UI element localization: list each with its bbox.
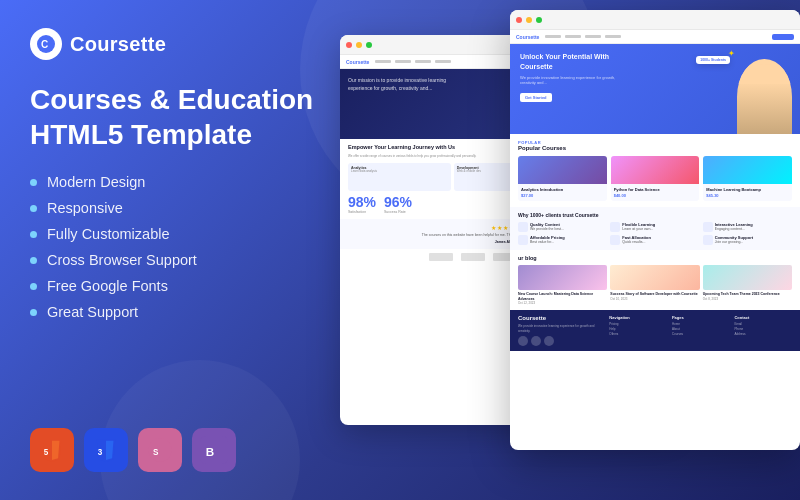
dot-yellow-back [356, 42, 362, 48]
blog-card-1: New Course Launch: Mastering Data Scienc… [518, 265, 607, 305]
footer-desc: We provide innovative learning experienc… [518, 324, 604, 333]
star-1: ★ [491, 224, 496, 231]
hero-cta-btn: Get Started [520, 93, 552, 102]
stat-content-2: Flexible Learning Learn at your own... [622, 222, 655, 232]
stat-item-6: Community Support Join our growing... [703, 235, 792, 245]
footer-link-1-1: Pricing [609, 322, 667, 326]
blog-title: ur blog [518, 255, 792, 261]
nav-link-f1 [545, 35, 561, 38]
pct-number-2: 96% [384, 194, 412, 210]
left-panel: C Coursette Courses & Education HTML5 Te… [0, 0, 370, 500]
stat-icon-2 [610, 222, 620, 232]
nav-link-4 [435, 60, 451, 63]
bullet-4 [30, 257, 37, 264]
stat-text-5: Quick results... [622, 240, 651, 245]
svg-text:5: 5 [44, 448, 49, 457]
course-card-2: Python for Data Science $40.00 [611, 156, 700, 201]
tech-badges: 5 3 S B [30, 418, 340, 472]
social-icons [518, 336, 604, 346]
course-price-3: $45.30 [706, 193, 789, 198]
footer-col-brand: Coursette We provide innovative learning… [518, 315, 604, 346]
stat-item-5: Fast Allocation Quick results... [610, 235, 699, 245]
hero-stat-badge: 1000+ Students [696, 56, 730, 64]
star-3: ★ [503, 224, 508, 231]
browser-front: Coursette Unlock Your Potential With Cou… [510, 10, 800, 450]
course-info-1: Analytics Introduction $27.00 [518, 184, 607, 201]
footer-col-1: Navigation Pricing Help Others [609, 315, 667, 346]
badge-sass: S [138, 428, 182, 472]
footer-link-3-1: Email [734, 322, 792, 326]
stat-item-2: Flexible Learning Learn at your own... [610, 222, 699, 232]
badge-css3: 3 [84, 428, 128, 472]
feature-list: Modern Design Responsive Fully Customiza… [30, 174, 340, 330]
footer-link-3-2: Phone [734, 327, 792, 331]
footer-logo: Coursette [518, 315, 604, 321]
blog-thumb-3 [703, 265, 792, 290]
hero-section: Unlock Your Potential With Coursette We … [510, 44, 800, 134]
back-card-1: Analytics Learn data analysis [348, 163, 451, 191]
badge-bootstrap: B [192, 428, 236, 472]
footer-grid: Coursette We provide innovative learning… [518, 315, 792, 346]
logo-row: C Coursette [30, 28, 340, 60]
social-ig [544, 336, 554, 346]
footer-col-title-2: Pages [672, 315, 730, 320]
course-name-1: Analytics Introduction [521, 187, 604, 192]
nav-links-back [375, 60, 451, 63]
footer-link-1-2: Help [609, 327, 667, 331]
social-tw [531, 336, 541, 346]
course-name-3: Machine Learning Bootcamp [706, 187, 789, 192]
blog-meta-2: Oct 10, 2023 [610, 297, 699, 301]
nav-links-front [545, 35, 621, 38]
blog-post-title-1: New Course Launch: Mastering Data Scienc… [518, 292, 607, 301]
stats-grid: Quality Content We provide the best... F… [518, 222, 792, 245]
stat-icon-1 [518, 222, 528, 232]
stat-text-4: Best value for... [530, 240, 565, 245]
stat-icon-3 [703, 222, 713, 232]
blog-card-2: Success Story of Software Developer with… [610, 265, 699, 305]
stat-icon-5 [610, 235, 620, 245]
pct-number-1: 98% [348, 194, 376, 210]
section-title: Popular Courses [518, 145, 792, 151]
blog-meta-3: Oct 8, 2023 [703, 297, 792, 301]
feature-item-3: Fully Customizable [30, 226, 340, 242]
why-section: Why 1000+ clients trust Coursette Qualit… [510, 207, 800, 250]
courses-grid: Analytics Introduction $27.00 Python for… [518, 156, 792, 201]
svg-text:S: S [153, 448, 159, 457]
pct-label-2: Success Rate [384, 210, 412, 214]
pct-label-1: Satisfaction [348, 210, 376, 214]
mini-logo-front: Coursette [516, 34, 539, 40]
bullet-6 [30, 309, 37, 316]
stat-icon-6 [703, 235, 713, 245]
stat-content-4: Affordable Pricing Best value for... [530, 235, 565, 245]
course-price-2: $40.00 [614, 193, 697, 198]
stat-text-6: Join our growing... [715, 240, 753, 245]
nav-link-1 [375, 60, 391, 63]
stat-content-5: Fast Allocation Quick results... [622, 235, 651, 245]
browser-nav-front: Coursette [510, 30, 800, 44]
stat-content-3: Interactive Learning Engaging content... [715, 222, 753, 232]
footer-link-2-3: Courses [672, 332, 730, 336]
pct-block-1: 98% Satisfaction [348, 194, 376, 214]
footer-col-title-3: Contact [734, 315, 792, 320]
hero-title: Unlock Your Potential With Coursette [520, 52, 640, 72]
social-fb [518, 336, 528, 346]
stat-item-3: Interactive Learning Engaging content... [703, 222, 792, 232]
star-2: ★ [497, 224, 502, 231]
bullet-2 [30, 205, 37, 212]
pct-block-2: 96% Success Rate [384, 194, 412, 214]
stat-text-3: Engaging content... [715, 227, 753, 232]
svg-text:C: C [41, 39, 48, 50]
logo-icon: C [30, 28, 62, 60]
mini-logo-back: Coursette [346, 59, 369, 65]
course-info-2: Python for Data Science $40.00 [611, 184, 700, 201]
nav-link-f3 [585, 35, 601, 38]
stat-content-1: Quality Content We provide the best... [530, 222, 564, 232]
stat-item-1: Quality Content We provide the best... [518, 222, 607, 232]
nav-link-3 [415, 60, 431, 63]
right-area: Coursette Our mission is to provide inno… [340, 10, 800, 500]
stat-text-2: Learn at your own... [622, 227, 655, 232]
why-title: Why 1000+ clients trust Coursette [518, 212, 792, 218]
courses-section: Popular Popular Courses Analytics Introd… [510, 134, 800, 207]
blog-card-3: Upcoming Tech Team Theme 2023 Conference… [703, 265, 792, 305]
footer-link-2-2: About [672, 327, 730, 331]
